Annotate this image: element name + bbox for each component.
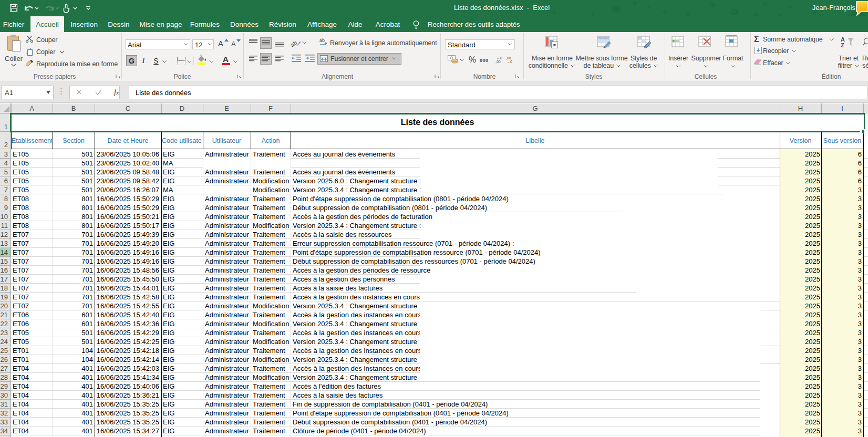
svg-text:→0: →0 xyxy=(507,60,512,64)
svg-text:ab: ab xyxy=(319,38,325,43)
svg-text:,00: ,00 xyxy=(495,60,501,64)
svg-text:ab: ab xyxy=(291,39,298,48)
svg-text:,00: ,00 xyxy=(506,56,511,60)
svg-text:←0: ←0 xyxy=(497,56,502,60)
